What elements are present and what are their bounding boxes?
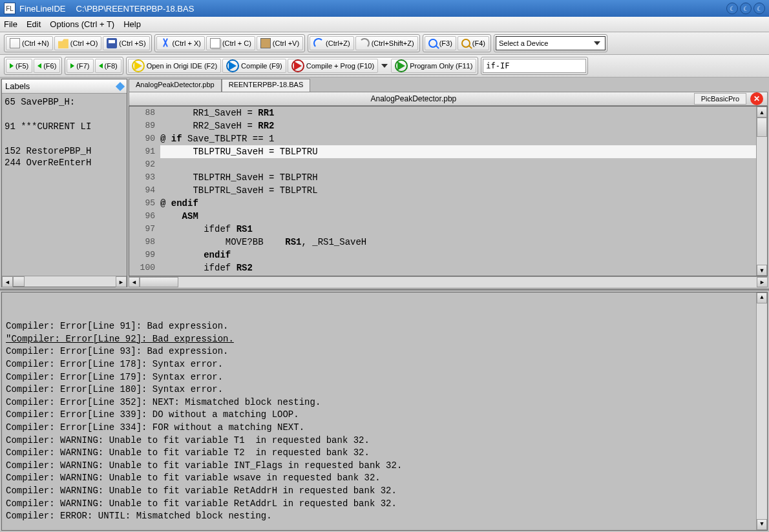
copy-icon	[210, 38, 220, 48]
redo-button[interactable]: (Ctrl+Shift+Z)	[355, 36, 418, 50]
menu-edit[interactable]: Edit	[26, 19, 41, 29]
toolbar-row-1: (Ctrl +N) (Ctrl +O) (Ctrl +S) (Ctrl + X)…	[0, 32, 769, 55]
undo-icon	[313, 38, 324, 48]
scroll-down-icon[interactable]: ▼	[757, 265, 767, 276]
document-header: AnalogPeakDetector.pbp PicBasicPro ✕	[129, 92, 768, 106]
search-next-icon	[461, 39, 470, 48]
output-vscroll[interactable]: ▲ ▼	[756, 292, 767, 530]
titlebar: FL FineLineIDE C:\PBP\REENTERPBP-18.BAS …	[0, 0, 769, 17]
compile-prog-button[interactable]: Compile + Prog (F10)	[288, 59, 378, 73]
find-next-button[interactable]: (F4)	[458, 36, 489, 50]
play-icon	[397, 61, 405, 70]
menu-help[interactable]: Help	[123, 19, 141, 29]
tab-0[interactable]: AnalogPeakDetector.pbp	[129, 79, 222, 92]
line-gutter: 888990919293949596979899100	[129, 107, 160, 276]
document-title: AnalogPeakDetector.pbp	[133, 94, 694, 103]
device-select[interactable]: Select a Device	[496, 36, 606, 50]
cut-button[interactable]: (Ctrl + X)	[156, 36, 205, 50]
compile-button[interactable]: Compile (F9)	[222, 59, 286, 73]
open-orig-ide-button[interactable]: Open in Origi IDE (F2)	[128, 59, 221, 73]
chevron-down-icon	[594, 41, 600, 45]
indent-icon	[70, 63, 74, 68]
outdent-f8-button[interactable]: (F8)	[95, 59, 121, 73]
indent-f7-button[interactable]: (F7)	[67, 59, 93, 73]
paste-icon	[260, 38, 271, 48]
toolbar-row-2: (F5) (F6) (F7) (F8) Open in Origi IDE (F…	[0, 55, 769, 77]
scroll-up-icon[interactable]: ▲	[757, 107, 767, 118]
close-icon[interactable]: ✕	[750, 92, 763, 105]
scroll-down-icon[interactable]: ▼	[757, 519, 767, 530]
code-vscroll[interactable]: ▲ ▼	[756, 107, 767, 276]
close-button[interactable]: ☾	[753, 3, 765, 14]
indent-icon	[10, 63, 14, 68]
scissors-icon	[160, 38, 171, 48]
menubar: File Edit Options (Ctrl + T) Help	[0, 17, 769, 32]
diamond-icon	[116, 81, 125, 90]
play-icon	[134, 61, 142, 70]
scroll-left-icon[interactable]: ◄	[2, 276, 13, 287]
open-button[interactable]: (Ctrl +O)	[54, 36, 101, 50]
language-badge: PicBasicPro	[694, 93, 746, 105]
labels-panel: Labels 65 SavePBP_H: 91 ***CURRENT LI 15…	[1, 79, 127, 287]
scroll-right-icon[interactable]: ►	[116, 276, 127, 287]
file-tabs: AnalogPeakDetector.pbp REENTERPBP-18.BAS	[129, 79, 768, 92]
labels-panel-header[interactable]: Labels	[2, 79, 127, 94]
minimize-button[interactable]: ☾	[726, 3, 738, 14]
save-icon	[107, 38, 117, 48]
find-button[interactable]: (F3)	[425, 36, 456, 50]
code-content[interactable]: RR1_SaveH = RR1 RR2_SaveH = RR2 @ if Sav…	[160, 107, 756, 276]
menu-file[interactable]: File	[4, 19, 17, 29]
code-editor[interactable]: 888990919293949596979899100 RR1_SaveH = …	[129, 106, 768, 276]
labels-title: Labels	[5, 81, 30, 91]
scroll-left-icon[interactable]: ◄	[129, 277, 140, 287]
paste-button[interactable]: (Ctrl +V)	[257, 36, 303, 50]
play-icon	[294, 61, 302, 70]
search-icon	[428, 39, 437, 48]
code-hscroll[interactable]: ◄ ►	[129, 276, 768, 287]
maximize-button[interactable]: ☾	[740, 3, 752, 14]
compiler-output[interactable]: Compiler: Error[Line 91]: Bad expression…	[1, 292, 768, 531]
outdent-icon	[37, 63, 41, 68]
indent-f5-button[interactable]: (F5)	[6, 59, 32, 73]
if-input[interactable]	[483, 59, 586, 73]
outdent-f6-button[interactable]: (F6)	[34, 59, 60, 73]
labels-list[interactable]: 65 SavePBP_H: 91 ***CURRENT LI 152 Resto…	[2, 94, 127, 276]
save-button[interactable]: (Ctrl +S)	[103, 36, 149, 50]
labels-hscroll[interactable]: ◄ ►	[2, 276, 127, 287]
file-icon	[10, 38, 20, 48]
folder-icon	[58, 38, 68, 48]
app-icon: FL	[4, 3, 16, 14]
scroll-right-icon[interactable]: ►	[757, 277, 768, 287]
menu-options[interactable]: Options (Ctrl + T)	[50, 19, 114, 29]
redo-icon	[359, 38, 370, 48]
outdent-icon	[99, 63, 103, 68]
undo-button[interactable]: (Ctrl+Z)	[310, 36, 354, 50]
scroll-up-icon[interactable]: ▲	[757, 292, 767, 303]
new-button[interactable]: (Ctrl +N)	[6, 36, 53, 50]
dropdown-icon[interactable]	[381, 64, 388, 68]
app-name: FineLineIDE	[19, 4, 66, 14]
play-icon	[229, 61, 237, 70]
file-path: C:\PBP\REENTERPBP-18.BAS	[76, 4, 195, 14]
copy-button[interactable]: (Ctrl + C)	[206, 36, 255, 50]
tab-1[interactable]: REENTERPBP-18.BAS	[222, 79, 311, 92]
program-only-button[interactable]: Program Only (F11)	[391, 59, 476, 73]
